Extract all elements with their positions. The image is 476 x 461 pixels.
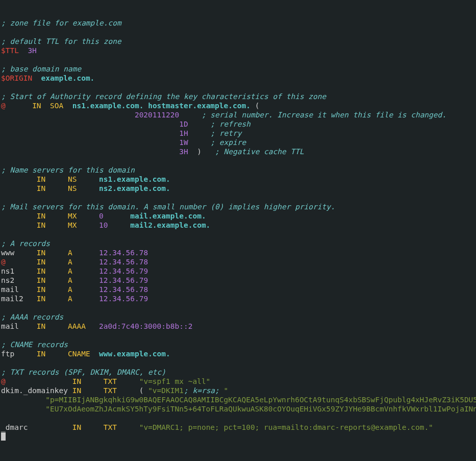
comment: ; Start of Authority record defining the… <box>1 92 326 101</box>
mx-prio: 10 <box>99 221 108 229</box>
class: IN <box>37 212 45 220</box>
dkim-name: dkim._domainkey <box>1 386 68 395</box>
a-ip: 12.34.56.79 <box>99 267 148 275</box>
ns-host: ns1.example.com. <box>99 175 170 183</box>
comment: ; zone file for example.com <box>1 19 121 27</box>
type-mx: MX <box>68 221 77 229</box>
comment: ; CNAME records <box>1 341 68 349</box>
type-soa: SOA <box>50 102 63 110</box>
class: IN <box>37 267 45 275</box>
type-cname: CNAME <box>68 350 90 358</box>
soa-mail: hostmaster.example.com. <box>148 102 250 110</box>
ns-host: ns2.example.com. <box>99 184 170 192</box>
ttl-value: 3H <box>28 46 36 55</box>
class: IN <box>37 285 45 294</box>
dmarc-name: _dmarc <box>1 423 28 431</box>
comment: ; base domain name <box>1 65 81 73</box>
type-txt: TXT <box>104 386 117 395</box>
comment: ; Mail servers for this domain. A small … <box>1 203 335 211</box>
type-mx: MX <box>68 212 77 220</box>
class: IN <box>37 175 45 183</box>
mx-prio: 0 <box>99 212 104 220</box>
comment: ; default TTL for this zone <box>1 37 121 45</box>
type-a: A <box>68 258 72 266</box>
ttl-directive: $TTL <box>1 46 19 55</box>
type-ns: NS <box>68 184 77 192</box>
soa-nttl: 3H <box>179 148 188 156</box>
class: IN <box>37 276 45 284</box>
dkim-params: ; k=rsa; <box>184 386 224 395</box>
aaaa-ip: 2a0d:7c40:3000:b8b::2 <box>99 322 192 330</box>
class: IN <box>37 350 45 358</box>
soa-retry: 1H <box>179 129 188 137</box>
comment: ; refresh <box>210 120 250 128</box>
dkim-v: "v=DKIM1 <box>148 386 184 395</box>
cname-target: www.example.com. <box>99 350 170 358</box>
soa-serial: 2020111220 <box>135 111 179 119</box>
zone-file: ; zone file for example.com ; default TT… <box>1 18 475 441</box>
comment: ; expire <box>210 138 246 147</box>
paren-open: ( <box>139 386 148 395</box>
mx-host: mail.example.com. <box>130 212 206 220</box>
a-name: mail2 <box>1 295 23 303</box>
type-txt: TXT <box>104 423 117 431</box>
a-ip: 12.34.56.79 <box>99 276 148 284</box>
soa-refresh: 1D <box>179 120 188 128</box>
class: IN <box>32 102 41 110</box>
txt-name: @ <box>1 377 6 385</box>
soa-ns: ns1.example.com. <box>72 102 144 110</box>
class: IN <box>37 184 45 192</box>
class: IN <box>37 221 45 229</box>
type-ns: NS <box>68 175 77 183</box>
a-name: ns2 <box>1 276 14 284</box>
origin-directive: $ORIGIN <box>1 74 32 82</box>
dkim-key: "EU7xOdAeomZhJAcmkSY5hTy9FsiTNn5+64ToFLR… <box>1 405 476 413</box>
type-a: A <box>68 267 72 275</box>
class: IN <box>72 423 81 431</box>
class: IN <box>37 322 45 330</box>
spf-value: "v=spf1 mx ~all" <box>139 377 211 385</box>
comment: ; Negative cache TTL <box>215 148 304 156</box>
dkim-key: "p=MIIBIjANBgkqhkiG9w0BAQEFAAOCAQ8AMIIBC… <box>1 396 476 404</box>
comment: ; serial number. Increase it when this f… <box>202 111 446 119</box>
class: IN <box>37 249 45 257</box>
a-name: @ <box>1 258 6 266</box>
comment: ; TXT records (SPF, DKIM, DMARC, etc) <box>1 368 166 376</box>
type-a: A <box>68 276 72 284</box>
soa-expire: 1W <box>179 138 188 147</box>
a-name: www <box>1 249 14 257</box>
comment: ; retry <box>210 129 241 137</box>
class: IN <box>37 258 45 266</box>
a-name: ns1 <box>1 267 14 275</box>
paren-close: ) <box>197 148 202 156</box>
class: IN <box>72 386 81 395</box>
comment: ; A records <box>1 239 50 248</box>
type-a: A <box>68 285 72 294</box>
paren-open: ( <box>255 102 260 110</box>
type-a: A <box>68 295 72 303</box>
cname-name: ftp <box>1 350 14 358</box>
origin-domain: example.com. <box>41 74 95 82</box>
type-aaaa: AAAA <box>68 322 86 330</box>
comment: ; Name servers for this domain <box>1 166 135 174</box>
cursor <box>1 432 6 441</box>
mx-host: mail2.example.com. <box>130 221 210 229</box>
a-ip: 12.34.56.78 <box>99 285 148 294</box>
aaaa-name: mail <box>1 322 19 330</box>
dmarc-value: "v=DMARC1; p=none; pct=100; rua=mailto:d… <box>139 423 433 431</box>
soa-at: @ <box>1 102 6 110</box>
a-ip: 12.34.56.78 <box>99 258 148 266</box>
a-ip: 12.34.56.79 <box>99 295 148 303</box>
a-name: mail <box>1 285 19 294</box>
a-ip: 12.34.56.78 <box>99 249 148 257</box>
type-a: A <box>68 249 72 257</box>
dkim-quote: " <box>224 386 229 395</box>
type-txt: TXT <box>104 377 117 385</box>
class: IN <box>37 295 45 303</box>
comment: ; AAAA records <box>1 313 63 321</box>
class: IN <box>72 377 81 385</box>
